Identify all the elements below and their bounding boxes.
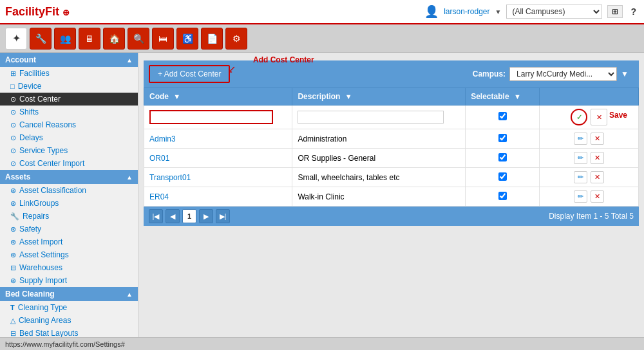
- sidebar-item-asset-import[interactable]: ⊛ Asset Import: [0, 235, 138, 248]
- last-page-button[interactable]: ▶|: [216, 209, 230, 223]
- sidebar-item-cleaning-type[interactable]: T Cleaning Type: [0, 301, 138, 314]
- row-er04-description: Walk-in Clinic: [292, 187, 466, 207]
- sidebar-section-assets[interactable]: Assets ▲: [0, 170, 138, 184]
- sidebar-item-delays[interactable]: ⊙ Delays: [0, 131, 138, 144]
- sidebar-item-cost-center-import[interactable]: ⊙ Cost Center Import: [0, 157, 138, 170]
- col-selectable: Selectable ▼: [466, 88, 540, 106]
- row-or01-code: OR01: [144, 149, 292, 168]
- or01-edit-button[interactable]: ✏: [574, 152, 587, 164]
- cleaning-areas-icon: △: [10, 317, 15, 325]
- sidebar-item-cleaning-areas[interactable]: △ Cleaning Areas: [0, 314, 138, 327]
- home-button[interactable]: 🏠: [103, 28, 125, 50]
- warehouses-icon: ⊟: [10, 264, 16, 272]
- transport01-edit-button[interactable]: ✏: [574, 171, 587, 183]
- dropdown-arrow-icon: ▼: [495, 8, 502, 15]
- search-button[interactable]: 🔍: [128, 28, 149, 50]
- sidebar-section-account-arrow: ▲: [126, 57, 133, 64]
- accessibility-button[interactable]: ♿: [176, 28, 198, 50]
- transport01-selectable-checkbox[interactable]: [498, 172, 507, 181]
- new-row-save-button[interactable]: ✓: [571, 109, 587, 125]
- monitor-button[interactable]: 🖥: [79, 28, 100, 50]
- new-row-cancel-button[interactable]: ✕: [591, 109, 607, 125]
- cleaning-type-icon: T: [10, 304, 15, 311]
- asset-classification-icon: ⊛: [10, 187, 16, 195]
- campus-label: Campus:: [473, 69, 506, 78]
- or01-link[interactable]: OR01: [149, 154, 169, 163]
- grid-view-button[interactable]: ⊞: [607, 5, 623, 18]
- asset-import-icon: ⊛: [10, 238, 16, 246]
- er04-delete-button[interactable]: ✕: [591, 190, 604, 203]
- sidebar-item-cost-center[interactable]: ⊙ Cost Center: [0, 93, 138, 106]
- star-button[interactable]: ✦: [5, 28, 27, 50]
- sidebar-item-facilities-label: Facilities: [19, 69, 50, 78]
- sidebar-section-account[interactable]: Account ▲: [0, 53, 138, 67]
- people-button[interactable]: 👥: [54, 28, 76, 50]
- or01-delete-button[interactable]: ✕: [591, 152, 604, 164]
- user-avatar-icon: 👤: [424, 5, 439, 19]
- new-row-code-cell: [144, 106, 292, 129]
- admin3-link[interactable]: Admin3: [149, 134, 176, 143]
- document-button[interactable]: 📄: [201, 28, 223, 50]
- prev-page-button[interactable]: ◀: [166, 209, 180, 223]
- first-page-button[interactable]: |◀: [149, 209, 163, 223]
- er04-edit-button[interactable]: ✏: [574, 190, 587, 203]
- wrench-button[interactable]: 🔧: [30, 28, 52, 50]
- next-page-button[interactable]: ▶: [199, 209, 213, 223]
- sidebar-item-repairs[interactable]: 🔧 Repairs: [0, 210, 138, 223]
- transport01-delete-button[interactable]: ✕: [591, 171, 604, 183]
- sidebar-section-bed-cleaning-items: T Cleaning Type △ Cleaning Areas ⊟ Bed S…: [0, 301, 138, 337]
- admin3-selectable-checkbox[interactable]: [498, 134, 507, 142]
- admin3-edit-button[interactable]: ✏: [574, 133, 587, 145]
- user-name[interactable]: larson-rodger: [444, 7, 489, 16]
- sidebar-item-supply-import[interactable]: ⊛ Supply Import: [0, 274, 138, 287]
- admin3-delete-button[interactable]: ✕: [591, 133, 604, 145]
- help-button[interactable]: ?: [628, 6, 639, 17]
- pagination-controls: |◀ ◀ 1 ▶ ▶|: [149, 209, 230, 223]
- settings-button[interactable]: ⚙: [225, 28, 247, 50]
- campus-dropdown[interactable]: Larry McCurdy Medi...: [509, 67, 617, 81]
- sidebar-item-asset-classification[interactable]: ⊛ Asset Classification: [0, 184, 138, 197]
- add-cost-center-button[interactable]: + Add Cost Center: [149, 65, 230, 83]
- sidebar-item-safety[interactable]: ⊛ Safety: [0, 223, 138, 235]
- er04-selectable-checkbox[interactable]: [498, 192, 507, 200]
- sidebar-section-bed-cleaning[interactable]: Bed Cleaning ▲: [0, 287, 138, 301]
- campus-select[interactable]: (All Campuses) Larry McCurdy Medi...: [506, 5, 602, 19]
- sidebar-item-service-types[interactable]: ⊙ Service Types: [0, 144, 138, 157]
- current-page-button[interactable]: 1: [182, 209, 196, 223]
- sidebar-section-account-label: Account: [5, 55, 36, 64]
- sidebar-item-facilities[interactable]: ⊞ Facilities: [0, 67, 138, 80]
- row-admin3-selectable: [466, 129, 540, 149]
- supply-import-icon: ⊛: [10, 277, 16, 285]
- facilities-icon: ⊞: [10, 69, 16, 78]
- new-code-input[interactable]: [149, 110, 273, 124]
- transport01-link[interactable]: Transport01: [149, 173, 191, 182]
- header: FacilityFit ⊕ 👤 larson-rodger ▼ (All Cam…: [0, 0, 644, 24]
- main-layout: Account ▲ ⊞ Facilities □ Device ⊙ Cost C…: [0, 53, 644, 337]
- filter-description-icon[interactable]: ▼: [345, 93, 352, 100]
- new-description-input[interactable]: [298, 111, 444, 124]
- sidebar-item-shifts[interactable]: ⊙ Shifts: [0, 106, 138, 118]
- sidebar-item-asset-settings[interactable]: ⊛ Asset Settings: [0, 248, 138, 261]
- sidebar-item-safety-label: Safety: [19, 225, 41, 234]
- bed-button[interactable]: 🛏: [152, 28, 174, 50]
- sidebar-item-link-groups[interactable]: ⊛ LinkGroups: [0, 197, 138, 210]
- sidebar-item-cancel-reasons[interactable]: ⊙ Cancel Reasons: [0, 118, 138, 131]
- er04-link[interactable]: ER04: [149, 192, 169, 201]
- content-area: Add Cost Center ↙ + Add Cost Center Camp…: [138, 53, 644, 337]
- service-types-icon: ⊙: [10, 147, 16, 155]
- sidebar-item-bed-stat-layouts[interactable]: ⊟ Bed Stat Layouts: [0, 327, 138, 337]
- or01-selectable-checkbox[interactable]: [498, 153, 507, 161]
- cancel-reasons-icon: ⊙: [10, 121, 16, 129]
- filter-code-icon[interactable]: ▼: [173, 93, 180, 100]
- sidebar-item-asset-import-label: Asset Import: [19, 237, 62, 246]
- new-selectable-checkbox[interactable]: [498, 112, 507, 120]
- filter-selectable-icon[interactable]: ▼: [514, 93, 521, 100]
- sidebar-item-service-types-label: Service Types: [19, 146, 68, 155]
- row-transport01-actions: ✏ ✕: [540, 168, 639, 187]
- sidebar-item-device[interactable]: □ Device: [0, 80, 138, 93]
- sidebar-item-supply-import-label: Supply Import: [19, 276, 67, 285]
- sidebar-item-warehouses[interactable]: ⊟ Warehouses: [0, 261, 138, 274]
- row-transport01-code: Transport01: [144, 168, 292, 187]
- cost-center-import-icon: ⊙: [10, 160, 16, 168]
- row-er04-code: ER04: [144, 187, 292, 207]
